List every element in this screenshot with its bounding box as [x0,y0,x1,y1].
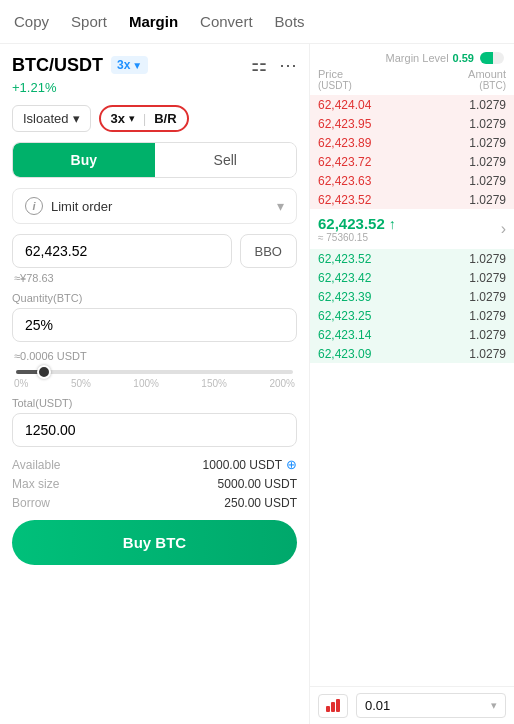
amount-col-label: Amount [468,68,506,80]
borrow-row: Borrow 250.00 USDT [12,496,297,510]
total-input-row[interactable]: 1250.00 [12,413,297,447]
svg-rect-0 [326,706,330,712]
margin-gauge [480,52,504,64]
slider-label-2: 100% [133,378,159,389]
order-type-row[interactable]: i Limit order ▾ [12,188,297,224]
right-panel: Margin Level 0.59 Price (USDT) Amount (B… [310,44,514,724]
ask-row[interactable]: 62,424.04 1.0279 [310,95,514,114]
qty-select[interactable]: 0.01 ▾ [356,693,506,718]
chart-icon-box[interactable] [318,694,348,718]
br-label: B/R [154,111,176,126]
borrow-value: 250.00 USDT [224,496,297,510]
bid-row[interactable]: 62,423.09 1.0279 [310,344,514,363]
margin-level-value: 0.59 [453,52,474,64]
tab-sell[interactable]: Sell [155,143,297,177]
price-col-label: Price [318,68,352,80]
leverage-value: 3x [111,111,125,126]
svg-rect-2 [336,699,340,712]
pair-header: BTC/USDT 3x ▼ ⚏ ⋯ [12,54,297,76]
leverage-badge[interactable]: 3x ▼ [111,56,148,74]
available-label: Available [12,458,60,472]
margin-level-row: Margin Level 0.59 [310,52,514,64]
chevron-down-icon: ▾ [129,112,135,125]
amount-col-unit: (BTC) [468,80,506,91]
pair-name: BTC/USDT [12,55,103,76]
chevron-down-icon: ▾ [277,198,284,214]
maxsize-label: Max size [12,477,59,491]
main-layout: BTC/USDT 3x ▼ ⚏ ⋯ +1.21% Isloated ▾ 3x ▾… [0,44,514,724]
nav-bots[interactable]: Bots [275,13,305,30]
bbo-button[interactable]: BBO [240,234,297,268]
slider-track[interactable] [16,370,293,374]
maxsize-row: Max size 5000.00 USDT [12,477,297,491]
up-arrow-icon: ↑ [389,216,396,232]
ask-row[interactable]: 62,423.95 1.0279 [310,114,514,133]
svg-rect-1 [331,702,335,712]
buy-sell-tabs: Buy Sell [12,142,297,178]
bid-row[interactable]: 62,423.14 1.0279 [310,325,514,344]
info-icon: i [25,197,43,215]
price-col-unit: (USDT) [318,80,352,91]
slider-label-0: 0% [14,378,28,389]
nav-sport[interactable]: Sport [71,13,107,30]
pair-icons: ⚏ ⋯ [251,54,297,76]
bid-row[interactable]: 62,423.42 1.0279 [310,268,514,287]
qty-select-value: 0.01 [365,698,390,713]
ask-row[interactable]: 62,423.63 1.0279 [310,171,514,190]
pair-title: BTC/USDT 3x ▼ [12,55,148,76]
price-approx: ≈¥78.63 [12,272,297,284]
mid-price-sub: ≈ 75360.15 [318,232,396,243]
chevron-down-icon: ▼ [132,60,142,71]
chevron-down-icon: ▾ [491,699,497,712]
bid-row[interactable]: 62,423.39 1.0279 [310,287,514,306]
margin-level-label: Margin Level [386,52,449,64]
columns-icon[interactable]: ⚏ [251,54,267,76]
more-icon[interactable]: ⋯ [279,54,297,76]
slider-thumb[interactable] [37,365,51,379]
ob-bottom: 0.01 ▾ [310,686,514,724]
bid-row[interactable]: 62,423.52 1.0279 [310,249,514,268]
chevron-right-icon[interactable]: › [501,220,506,238]
nav-copy[interactable]: Copy [14,13,49,30]
top-nav: Copy Sport Margin Convert Bots [0,0,514,44]
qty-input-row[interactable]: 25% [12,308,297,342]
plus-circle-icon[interactable]: ⊕ [286,457,297,472]
nav-convert[interactable]: Convert [200,13,253,30]
nav-margin[interactable]: Margin [129,13,178,30]
buy-btc-button[interactable]: Buy BTC [12,520,297,565]
order-type-label: Limit order [51,199,112,214]
slider-container: 0% 50% 100% 150% 200% [12,370,297,389]
total-label: Total(USDT) [12,397,297,409]
info-rows: Available 1000.00 USDT ⊕ Max size 5000.0… [12,457,297,510]
mid-price-row: 62,423.52 ↑ ≈ 75360.15 › [310,209,514,249]
slider-label-4: 200% [269,378,295,389]
slider-label-1: 50% [71,378,91,389]
left-panel: BTC/USDT 3x ▼ ⚏ ⋯ +1.21% Isloated ▾ 3x ▾… [0,44,310,724]
ask-row[interactable]: 62,423.72 1.0279 [310,152,514,171]
price-input-row: BBO [12,234,297,268]
total-value: 1250.00 [25,422,76,438]
chart-icon [325,698,341,714]
qty-label: Quantity(BTC) [12,292,297,304]
bid-rows: 62,423.52 1.0279 62,423.42 1.0279 62,423… [310,249,514,363]
bid-row[interactable]: 62,423.25 1.0279 [310,306,514,325]
available-value: 1000.00 USDT ⊕ [203,457,297,472]
ask-row[interactable]: 62,423.89 1.0279 [310,133,514,152]
ob-headers: Price (USDT) Amount (BTC) [310,68,514,95]
ask-rows: 62,424.04 1.0279 62,423.95 1.0279 62,423… [310,95,514,209]
leverage-br-selector[interactable]: 3x ▾ | B/R [99,105,189,132]
mid-price-value: 62,423.52 [318,215,385,232]
qty-approx: ≈0.0006 USDT [12,350,297,362]
borrow-label: Borrow [12,496,50,510]
chevron-down-icon: ▾ [73,111,80,126]
slider-label-3: 150% [201,378,227,389]
slider-labels: 0% 50% 100% 150% 200% [12,378,297,389]
tab-buy[interactable]: Buy [13,143,155,177]
available-row: Available 1000.00 USDT ⊕ [12,457,297,472]
price-change: +1.21% [12,80,297,95]
ask-row[interactable]: 62,423.52 1.0279 [310,190,514,209]
price-input[interactable] [12,234,232,268]
maxsize-value: 5000.00 USDT [218,477,297,491]
qty-value: 25% [25,317,53,333]
account-type-select[interactable]: Isloated ▾ [12,105,91,132]
